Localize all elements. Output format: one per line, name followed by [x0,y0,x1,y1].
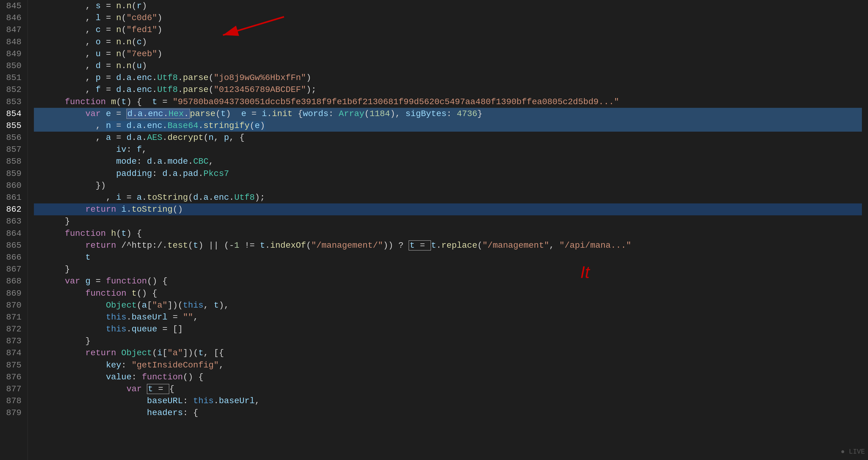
code-line-850: , d = n.n(u) [34,60,862,72]
ln-847: 847 [6,24,21,36]
ln-854: 854 [6,108,21,120]
code-line-848: , o = n.n(c) [34,36,862,48]
ln-855: 855 [6,120,21,132]
ln-848: 848 [6,36,21,48]
ln-853: 853 [6,96,21,108]
ln-869: 869 [6,287,21,299]
code-line-863: } [34,215,862,227]
code-line-852: , f = d.a.enc.Utf8.parse("0123456789ABCD… [34,84,862,96]
ln-872: 872 [6,323,21,335]
ln-857: 857 [6,144,21,155]
code-line-864: function h(t) { [34,227,862,240]
code-line-873: } [34,335,862,347]
line-numbers: 845 846 847 848 849 850 851 852 853 854 … [0,0,28,460]
code-line-862: return i.toString() [34,204,862,215]
code-line-845: , s = n.n(r) [34,0,862,12]
ln-860: 860 [6,180,21,191]
ln-856: 856 [6,132,21,144]
code-line-854: var e = d.a.enc.Hex.parse(t) e = i.init … [34,108,862,120]
code-line-853: function m(t) { t = "95780ba0943730051dc… [34,96,862,108]
ln-871: 871 [6,311,21,323]
ln-862: 862 [6,204,21,215]
code-line-867: } [34,263,862,275]
ln-867: 867 [6,263,21,275]
ln-851: 851 [6,72,21,84]
ln-875: 875 [6,359,21,371]
ln-873: 873 [6,335,21,347]
code-line-872: this.queue = [] [34,323,862,335]
code-line-861: , i = a.toString(d.a.enc.Utf8); [34,191,862,204]
ln-846: 846 [6,12,21,24]
ln-852: 852 [6,84,21,96]
code-line-856: , a = d.a.AES.decrypt(n, p, { [34,132,862,144]
ln-850: 850 [6,60,21,72]
code-line-866: t [34,251,862,263]
code-line-855: , n = d.a.enc.Base64.stringify(e) [34,120,862,132]
code-line-870: Object(a["a"])(this, t), [34,299,862,311]
ln-864: 864 [6,227,21,240]
code-line-871: this.baseUrl = "", [34,311,862,323]
code-line-874: return Object(i["a"])(t, [{ [34,347,862,359]
ln-849: 849 [6,48,21,60]
code-line-868: var g = function() { [34,275,862,287]
ln-861: 861 [6,191,21,204]
code-line-857: iv: f, [34,144,862,155]
code-line-849: , u = n("7eeb") [34,48,862,60]
code-line-878: baseURL: this.baseUrl, [34,395,862,407]
code-line-876: value: function() { [34,371,862,383]
watermark: ● LIVE [841,448,865,457]
ln-859: 859 [6,168,21,180]
ln-866: 866 [6,251,21,263]
ln-874: 874 [6,347,21,359]
code-line-869: function t() { [34,287,862,299]
ln-877: 877 [6,383,21,395]
ln-865: 865 [6,240,21,251]
code-line-865: return /^http:/.test(t) || (-1 != t.inde… [34,240,862,251]
code-line-860: }) [34,180,862,191]
code-line-846: , l = n("c0d6") [34,12,862,24]
code-line-877: var t = { [34,383,862,395]
ln-870: 870 [6,299,21,311]
code-line-859: padding: d.a.pad.Pkcs7 [34,168,862,180]
ln-858: 858 [6,155,21,167]
code-lines: , s = n.n(r) , l = n("c0d6") , c = n("fe… [28,0,868,460]
code-line-851: , p = d.a.enc.Utf8.parse("jo8j9wGw%6Hbxf… [34,72,862,84]
code-line-879: headers: { [34,407,862,419]
code-editor: It 845 846 847 848 849 850 851 852 853 8… [0,0,868,460]
code-line-858: mode: d.a.mode.CBC, [34,155,862,167]
code-line-847: , c = n("fed1") [34,24,862,36]
ln-868: 868 [6,275,21,287]
ln-845: 845 [6,0,21,12]
ln-878: 878 [6,395,21,407]
code-line-875: key: "getInsideConfig", [34,359,862,371]
ln-879: 879 [6,407,21,419]
ln-876: 876 [6,371,21,383]
ln-863: 863 [6,215,21,227]
